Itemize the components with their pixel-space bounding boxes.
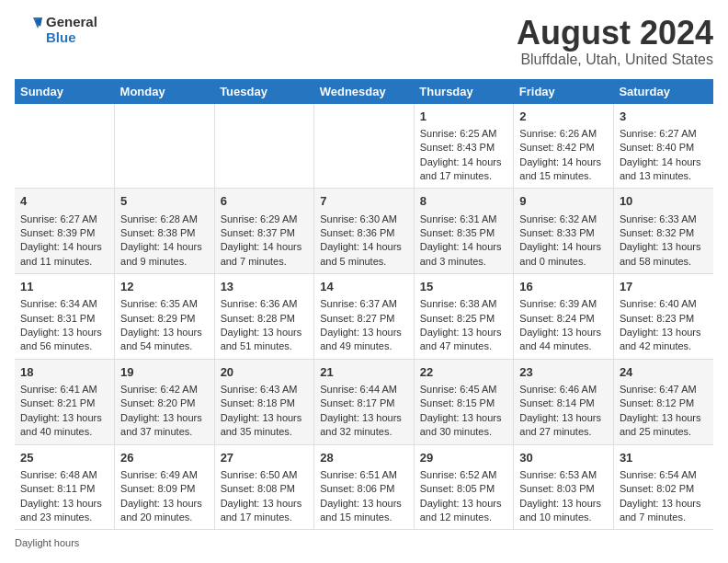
- day-number: 2: [519, 109, 608, 125]
- calendar-cell: [15, 104, 115, 189]
- calendar-cell: 22Sunrise: 6:45 AMSunset: 8:15 PMDayligh…: [414, 359, 514, 444]
- calendar-cell: 24Sunrise: 6:47 AMSunset: 8:12 PMDayligh…: [613, 359, 713, 444]
- sunset-text: Sunset: 8:29 PM: [120, 312, 209, 326]
- day-number: 7: [320, 193, 408, 210]
- daylight-text: Daylight: 13 hours and 23 minutes.: [20, 497, 108, 525]
- col-header-thursday: Thursday: [414, 79, 514, 104]
- sunrise-text: Sunrise: 6:27 AM: [620, 127, 708, 141]
- sunset-text: Sunset: 8:05 PM: [420, 482, 508, 496]
- page-subtitle: Bluffdale, Utah, United States: [517, 52, 713, 68]
- calendar-cell: 27Sunrise: 6:50 AMSunset: 8:08 PMDayligh…: [214, 444, 314, 530]
- sunrise-text: Sunrise: 6:47 AM: [620, 383, 708, 396]
- col-header-saturday: Saturday: [613, 79, 713, 104]
- day-number: 26: [120, 450, 209, 466]
- daylight-text: Daylight: 13 hours and 58 minutes.: [620, 240, 708, 269]
- sunrise-text: Sunrise: 6:53 AM: [519, 468, 608, 482]
- sunrise-text: Sunrise: 6:45 AM: [420, 383, 508, 396]
- calendar-cell: 19Sunrise: 6:42 AMSunset: 8:20 PMDayligh…: [115, 359, 215, 444]
- day-number: 21: [320, 364, 408, 381]
- sunrise-text: Sunrise: 6:52 AM: [420, 468, 508, 482]
- calendar-cell: 31Sunrise: 6:54 AMSunset: 8:02 PMDayligh…: [613, 444, 713, 530]
- day-number: 27: [221, 450, 309, 466]
- sunset-text: Sunset: 8:03 PM: [519, 482, 608, 496]
- day-number: 24: [620, 364, 708, 381]
- sunrise-text: Sunrise: 6:43 AM: [221, 383, 309, 396]
- daylight-text: Daylight: 13 hours and 25 minutes.: [620, 411, 708, 440]
- calendar-cell: 14Sunrise: 6:37 AMSunset: 8:27 PMDayligh…: [314, 274, 415, 360]
- daylight-text: Daylight: 13 hours and 37 minutes.: [120, 411, 209, 440]
- daylight-text: Daylight: 14 hours and 11 minutes.: [20, 240, 108, 269]
- calendar-cell: 9Sunrise: 6:32 AMSunset: 8:33 PMDaylight…: [514, 189, 614, 274]
- sunset-text: Sunset: 8:12 PM: [620, 396, 708, 410]
- daylight-text: Daylight: 13 hours and 17 minutes.: [221, 497, 309, 525]
- sunset-text: Sunset: 8:39 PM: [20, 226, 108, 240]
- calendar-cell: 8Sunrise: 6:31 AMSunset: 8:35 PMDaylight…: [414, 189, 514, 274]
- sunrise-text: Sunrise: 6:30 AM: [320, 213, 408, 226]
- sunrise-text: Sunrise: 6:38 AM: [420, 297, 508, 311]
- logo-text-general: General: [46, 15, 97, 30]
- sunset-text: Sunset: 8:08 PM: [221, 482, 309, 496]
- day-number: 6: [221, 193, 309, 210]
- sunrise-text: Sunrise: 6:54 AM: [620, 468, 708, 482]
- day-number: 25: [20, 450, 108, 466]
- calendar-cell: 4Sunrise: 6:27 AMSunset: 8:39 PMDaylight…: [15, 189, 115, 274]
- sunrise-text: Sunrise: 6:51 AM: [320, 468, 408, 482]
- sunrise-text: Sunrise: 6:33 AM: [620, 213, 708, 226]
- col-header-friday: Friday: [514, 79, 614, 104]
- sunset-text: Sunset: 8:23 PM: [620, 312, 708, 326]
- daylight-text: Daylight: 13 hours and 30 minutes.: [420, 411, 508, 440]
- calendar-cell: 20Sunrise: 6:43 AMSunset: 8:18 PMDayligh…: [214, 359, 314, 444]
- calendar-cell: 17Sunrise: 6:40 AMSunset: 8:23 PMDayligh…: [613, 274, 713, 360]
- day-number: 16: [519, 279, 608, 295]
- sunset-text: Sunset: 8:15 PM: [420, 396, 508, 410]
- calendar-cell: 11Sunrise: 6:34 AMSunset: 8:31 PMDayligh…: [15, 274, 115, 360]
- sunset-text: Sunset: 8:42 PM: [519, 141, 608, 155]
- sunset-text: Sunset: 8:11 PM: [20, 482, 108, 496]
- sunrise-text: Sunrise: 6:44 AM: [320, 383, 408, 396]
- calendar-week-row: 25Sunrise: 6:48 AMSunset: 8:11 PMDayligh…: [15, 444, 713, 530]
- day-number: 23: [519, 364, 608, 381]
- calendar-cell: 30Sunrise: 6:53 AMSunset: 8:03 PMDayligh…: [514, 444, 614, 530]
- daylight-text: Daylight: 13 hours and 49 minutes.: [320, 326, 408, 354]
- sunrise-text: Sunrise: 6:46 AM: [519, 383, 608, 396]
- sunrise-text: Sunrise: 6:41 AM: [20, 383, 108, 396]
- calendar-cell: 15Sunrise: 6:38 AMSunset: 8:25 PMDayligh…: [414, 274, 514, 360]
- sunrise-text: Sunrise: 6:49 AM: [120, 468, 209, 482]
- daylight-text: Daylight: 14 hours and 9 minutes.: [120, 240, 209, 269]
- sunset-text: Sunset: 8:33 PM: [519, 226, 608, 240]
- calendar-cell: 2Sunrise: 6:26 AMSunset: 8:42 PMDaylight…: [514, 104, 614, 189]
- calendar-cell: 7Sunrise: 6:30 AMSunset: 8:36 PMDaylight…: [314, 189, 415, 274]
- day-number: 9: [519, 193, 608, 210]
- calendar-week-row: 11Sunrise: 6:34 AMSunset: 8:31 PMDayligh…: [15, 274, 713, 360]
- calendar-cell: 21Sunrise: 6:44 AMSunset: 8:17 PMDayligh…: [314, 359, 415, 444]
- daylight-text: Daylight: 14 hours and 15 minutes.: [519, 155, 608, 184]
- day-number: 28: [320, 450, 408, 466]
- calendar-table: SundayMondayTuesdayWednesdayThursdayFrid…: [15, 79, 713, 531]
- sunset-text: Sunset: 8:40 PM: [620, 141, 708, 155]
- sunrise-text: Sunrise: 6:40 AM: [620, 297, 708, 311]
- daylight-text: Daylight: 13 hours and 7 minutes.: [620, 497, 708, 525]
- sunrise-text: Sunrise: 6:34 AM: [20, 297, 108, 311]
- sunset-text: Sunset: 8:31 PM: [20, 312, 108, 326]
- calendar-cell: 1Sunrise: 6:25 AMSunset: 8:43 PMDaylight…: [414, 104, 514, 189]
- day-number: 8: [420, 193, 508, 210]
- calendar-week-row: 1Sunrise: 6:25 AMSunset: 8:43 PMDaylight…: [15, 104, 713, 189]
- logo-text-blue: Blue: [46, 30, 97, 46]
- sunrise-text: Sunrise: 6:26 AM: [519, 127, 608, 141]
- col-header-sunday: Sunday: [15, 79, 115, 104]
- calendar-cell: 13Sunrise: 6:36 AMSunset: 8:28 PMDayligh…: [214, 274, 314, 360]
- title-block: August 2024 Bluffdale, Utah, United Stat…: [517, 15, 713, 68]
- sunset-text: Sunset: 8:32 PM: [620, 226, 708, 240]
- calendar-cell: 26Sunrise: 6:49 AMSunset: 8:09 PMDayligh…: [115, 444, 215, 530]
- daylight-text: Daylight: 13 hours and 56 minutes.: [20, 326, 108, 354]
- daylight-text: Daylight: 14 hours and 5 minutes.: [320, 240, 408, 269]
- sunset-text: Sunset: 8:20 PM: [120, 396, 209, 410]
- day-number: 19: [120, 364, 209, 381]
- daylight-text: Daylight: 13 hours and 47 minutes.: [420, 326, 508, 354]
- day-number: 18: [20, 364, 108, 381]
- sunrise-text: Sunrise: 6:37 AM: [320, 297, 408, 311]
- sunset-text: Sunset: 8:36 PM: [320, 226, 408, 240]
- calendar-week-row: 4Sunrise: 6:27 AMSunset: 8:39 PMDaylight…: [15, 189, 713, 274]
- day-number: 10: [620, 193, 708, 210]
- calendar-cell: 23Sunrise: 6:46 AMSunset: 8:14 PMDayligh…: [514, 359, 614, 444]
